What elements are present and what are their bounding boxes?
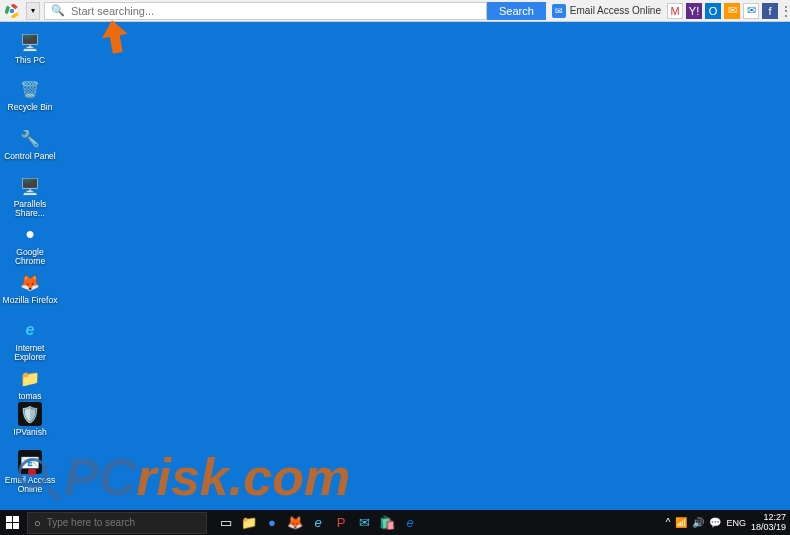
taskbar-pinned: ▭ 📁 ● 🦊 e P ✉ 🛍️ e	[217, 514, 419, 532]
ipvanish-icon: 🛡️	[18, 402, 42, 426]
date-label: 18/03/19	[751, 523, 786, 533]
firefox-icon: 🦊	[18, 270, 42, 294]
chrome-logo-icon	[2, 1, 22, 21]
taskbar: ○ ▭ 📁 ● 🦊 e P ✉ 🛍️ e ^ 📶 🔊 💬 ENG 12:27 1…	[0, 510, 790, 535]
volume-icon[interactable]: 🔊	[692, 517, 704, 528]
icon-label: IPVanish	[2, 428, 58, 437]
desktop-icon-firefox[interactable]: 🦊 Mozilla Firefox	[2, 270, 58, 305]
folder-icon: 📁	[18, 366, 42, 390]
chrome-taskbar-icon[interactable]: ●	[263, 514, 281, 532]
start-button[interactable]	[0, 510, 25, 535]
desktop-icon-ipvanish[interactable]: 🛡️ IPVanish	[2, 402, 58, 437]
store-taskbar-icon[interactable]: 🛍️	[378, 514, 396, 532]
pcrisk-watermark: PCrisk.com	[18, 447, 350, 507]
yahoo-icon[interactable]: Y!	[686, 3, 702, 19]
icon-label: Google Chrome	[2, 248, 58, 267]
controlpanel-icon: 🔧	[18, 126, 42, 150]
mail-taskbar-icon[interactable]: ✉	[355, 514, 373, 532]
gmail-icon[interactable]: M	[667, 3, 683, 19]
recycle-icon: 🗑️	[18, 77, 42, 101]
icon-label: Recycle Bin	[2, 103, 58, 112]
language-indicator[interactable]: ENG	[726, 518, 746, 528]
icon-label: This PC	[2, 56, 58, 65]
parallels-icon: 🖥️	[18, 174, 42, 198]
taskbar-search-input[interactable]	[47, 517, 206, 528]
file-explorer-icon[interactable]: 📁	[240, 514, 258, 532]
desktop-icon-ie[interactable]: e Internet Explorer	[2, 318, 58, 363]
ie-taskbar-icon[interactable]: e	[309, 514, 327, 532]
chrome-icon: ●	[18, 222, 42, 246]
clock[interactable]: 12:27 18/03/19	[751, 513, 786, 533]
action-center-icon[interactable]: 💬	[709, 517, 721, 528]
email-icon: ✉	[552, 4, 566, 18]
svg-rect-5	[13, 523, 19, 529]
facebook-icon[interactable]: f	[762, 3, 778, 19]
desktop-icon-tomas[interactable]: 📁 tomas	[2, 366, 58, 401]
search-icon: ○	[34, 517, 41, 529]
email-access-label: Email Access Online	[570, 5, 661, 16]
system-tray: ^ 📶 🔊 💬 ENG 12:27 18/03/19	[666, 513, 790, 533]
network-icon[interactable]: 📶	[675, 517, 687, 528]
search-icon: 🔍	[51, 4, 65, 17]
toolbar-shortcuts: M Y! O ✉ ✉ f	[667, 3, 778, 19]
watermark-pc: PC	[64, 447, 136, 507]
search-button[interactable]: Search	[487, 2, 546, 20]
watermark-risk: risk	[136, 447, 229, 507]
browser-toolbar: ▾ 🔍 Search ✉ Email Access Online M Y! O …	[0, 0, 790, 22]
icon-label: Internet Explorer	[2, 344, 58, 363]
search-input[interactable]	[71, 5, 486, 17]
watermark-com: .com	[229, 447, 350, 507]
task-view-icon[interactable]: ▭	[217, 514, 235, 532]
menu-kebab-icon[interactable]: ⋮	[780, 4, 790, 18]
aol-icon[interactable]: ✉	[743, 3, 759, 19]
desktop-icon-parallels[interactable]: 🖥️ Parallels Share...	[2, 174, 58, 219]
hotmail-icon[interactable]: ✉	[724, 3, 740, 19]
desktop-icon-recycle-bin[interactable]: 🗑️ Recycle Bin	[2, 77, 58, 112]
icon-label: Parallels Share...	[2, 200, 58, 219]
magnifier-icon	[18, 458, 56, 496]
svg-rect-3	[13, 516, 19, 522]
email-access-link[interactable]: ✉ Email Access Online	[552, 4, 661, 18]
desktop: 🖥️ This PC 🗑️ Recycle Bin 🔧 Control Pane…	[0, 22, 790, 510]
tray-chevron-icon[interactable]: ^	[666, 517, 671, 528]
pc-icon: 🖥️	[18, 30, 42, 54]
desktop-icon-this-pc[interactable]: 🖥️ This PC	[2, 30, 58, 65]
desktop-icon-control-panel[interactable]: 🔧 Control Panel	[2, 126, 58, 161]
edge-taskbar-icon[interactable]: e	[401, 514, 419, 532]
firefox-taskbar-icon[interactable]: 🦊	[286, 514, 304, 532]
svg-rect-4	[6, 523, 12, 529]
icon-label: Control Panel	[2, 152, 58, 161]
outlook-icon[interactable]: O	[705, 3, 721, 19]
icon-label: tomas	[2, 392, 58, 401]
icon-label: Mozilla Firefox	[2, 296, 58, 305]
search-bar[interactable]: 🔍	[44, 2, 487, 20]
svg-point-1	[10, 8, 15, 13]
ie-icon: e	[18, 318, 42, 342]
toolbar-dropdown[interactable]: ▾	[26, 2, 40, 20]
svg-rect-2	[6, 516, 12, 522]
desktop-icon-chrome[interactable]: ● Google Chrome	[2, 222, 58, 267]
taskbar-search[interactable]: ○	[27, 512, 207, 534]
parallels-taskbar-icon[interactable]: P	[332, 514, 350, 532]
